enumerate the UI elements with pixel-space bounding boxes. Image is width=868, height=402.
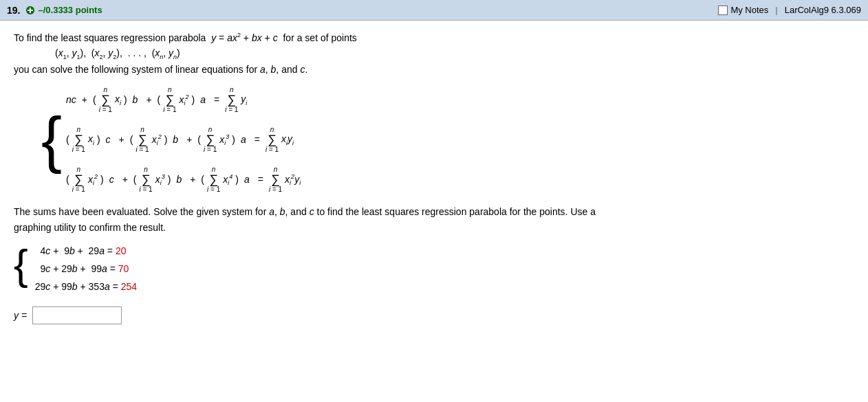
header-right: My Notes | LarColAlg9 6.3.069 [718, 5, 861, 15]
big-brace: { [41, 109, 62, 170]
plus-circle-icon [25, 5, 35, 15]
evaluated-text: The sums have been evaluated. Solve the … [14, 204, 854, 235]
course-info: LarColAlg9 6.3.069 [785, 5, 861, 15]
points-badge: –/0.3333 points [38, 5, 102, 15]
points-notation: (x1, y1), (x2, y2), . . . , (xn, yn) [55, 47, 854, 60]
small-eq-3: 29c + 99b + 353a = 254 [35, 279, 137, 295]
equations-block: nc + ( n ∑ i = 1 xi ) b + ( n ∑ i = 1 xi [66, 86, 301, 193]
notes-checkbox[interactable] [718, 5, 728, 15]
small-eq-2: 9c + 29b + 99a = 70 [35, 261, 137, 278]
eq3-row: ( n ∑ i = 1 xi2 ) c + ( n ∑ i = 1 xi3 ) [66, 166, 301, 193]
answer-label: y = [14, 310, 27, 321]
answer-input[interactable] [32, 306, 122, 324]
problem-number: 19. [7, 5, 20, 16]
divider: | [775, 5, 777, 15]
eq2-row: ( n ∑ i = 1 xi ) c + ( n ∑ i = 1 xi2 ) b [66, 126, 301, 153]
my-notes-button[interactable]: My Notes [718, 5, 768, 15]
eq1-row: nc + ( n ∑ i = 1 xi ) b + ( n ∑ i = 1 xi [66, 86, 301, 113]
small-eq-1: 4c + 9b + 29a = 20 [35, 243, 137, 260]
answer-row: y = [14, 306, 854, 324]
small-brace: { [14, 243, 28, 286]
solve-text: you can solve the following system of li… [14, 64, 854, 75]
small-system: { 4c + 9b + 29a = 20 9c + 29b + 99a = 70… [14, 243, 854, 295]
intro-line: To find the least squares regression par… [14, 32, 854, 43]
equation-system: { nc + ( n ∑ i = 1 xi ) b + ( n ∑ [41, 86, 854, 193]
header-left: 19. –/0.3333 points [7, 5, 102, 16]
header-bar: 19. –/0.3333 points My Notes | LarColAlg… [0, 0, 868, 21]
main-content: To find the least squares regression par… [0, 21, 868, 335]
points-section: –/0.3333 points [25, 5, 102, 15]
notes-label: My Notes [730, 5, 768, 15]
small-equations: 4c + 9b + 29a = 20 9c + 29b + 99a = 70 2… [35, 243, 137, 295]
